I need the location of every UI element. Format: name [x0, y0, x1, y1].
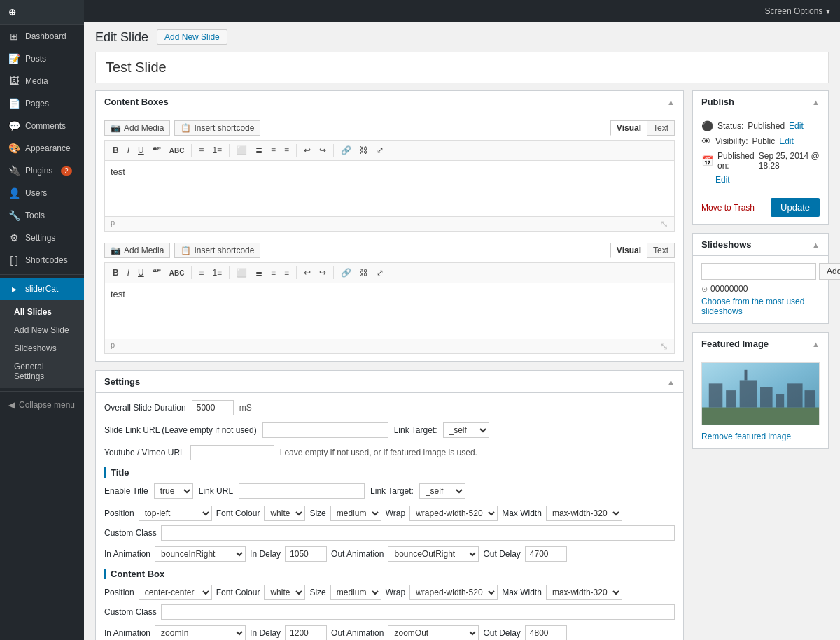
title-in-delay-input[interactable] — [285, 546, 327, 562]
align-justify-1[interactable]: ≡ — [281, 143, 293, 157]
sidebar-item-settings[interactable]: ⚙ Settings — [0, 227, 84, 249]
sidebar-item-slideshows[interactable]: Slideshows — [0, 339, 84, 357]
abc-btn-1[interactable]: ABC — [166, 145, 188, 157]
cb1-in-delay-input[interactable] — [285, 625, 327, 640]
tab-visual-2[interactable]: Visual — [610, 243, 647, 258]
editor-1-content[interactable]: test — [104, 161, 675, 217]
abc-btn-2[interactable]: ABC — [166, 267, 188, 279]
title-link-url-input[interactable] — [239, 483, 365, 499]
cb1-custom-class-input[interactable] — [161, 604, 675, 620]
editor-1-resize[interactable]: ⤡ — [660, 218, 668, 229]
align-justify-2[interactable]: ≡ — [281, 266, 293, 280]
undo-1[interactable]: ↩ — [300, 143, 314, 157]
featured-image-metabox-header[interactable]: Featured Image ▲ — [693, 333, 828, 355]
title-font-colour-select[interactable]: white black red — [264, 506, 305, 521]
slideshows-metabox-header[interactable]: Slideshows ▲ — [693, 234, 828, 256]
title-out-anim-select[interactable]: bounceOutRight bounceOutLeft zoomOut fad… — [388, 546, 479, 562]
sidebar-item-posts[interactable]: 📝 Posts — [0, 48, 84, 70]
overall-duration-input[interactable] — [192, 400, 234, 415]
title-out-delay-input[interactable] — [525, 546, 567, 562]
undo-2[interactable]: ↩ — [300, 266, 314, 280]
link-target-select[interactable]: _self _blank — [443, 422, 489, 438]
published-on-edit-link[interactable]: Edit — [715, 175, 730, 185]
sidebar-item-tools[interactable]: 🔧 Tools — [0, 204, 84, 227]
sidebar-item-appearance[interactable]: 🎨 Appearance — [0, 137, 84, 159]
sidebar-item-users[interactable]: 👤 Users — [0, 182, 84, 204]
italic-btn-2[interactable]: I — [124, 266, 133, 280]
align-right-2[interactable]: ≡ — [267, 266, 279, 280]
collapse-menu-button[interactable]: ◀ Collapse menu — [0, 394, 84, 415]
cb1-position-select[interactable]: center-center top-left top-center top-ri… — [139, 585, 212, 600]
choose-slideshows-link[interactable]: Choose from the most used slideshows — [701, 297, 820, 316]
add-media-button-2[interactable]: 📷 Add Media — [104, 243, 170, 258]
sidebar-item-media[interactable]: 🖼 Media — [0, 70, 84, 92]
slide-link-input[interactable] — [262, 422, 388, 438]
align-center-1[interactable]: ≣ — [252, 143, 266, 157]
ol-btn-1[interactable]: 1≡ — [209, 143, 225, 157]
insert-shortcode-button-2[interactable]: 📋 Insert shortcode — [174, 243, 260, 258]
bold-btn-2[interactable]: B — [109, 266, 122, 280]
featured-image-preview[interactable] — [701, 362, 820, 425]
tab-visual-1[interactable]: Visual — [610, 120, 647, 136]
unlink-2[interactable]: ⛓ — [356, 266, 372, 280]
insert-shortcode-button-1[interactable]: 📋 Insert shortcode — [174, 120, 260, 136]
fullscreen-1[interactable]: ⤢ — [373, 143, 387, 157]
cb1-size-select[interactable]: small medium large — [330, 585, 382, 600]
add-media-button-1[interactable]: 📷 Add Media — [104, 120, 170, 136]
enable-title-select[interactable]: true false — [154, 483, 193, 499]
title-max-width-select[interactable]: max-width-320 max-width-520 none — [546, 506, 622, 521]
visibility-edit-link[interactable]: Edit — [779, 136, 794, 146]
bold-btn-1[interactable]: B — [109, 143, 122, 157]
add-new-slide-button[interactable]: Add New Slide — [157, 29, 227, 45]
italic-btn-1[interactable]: I — [124, 143, 133, 157]
cb1-max-width-select[interactable]: max-width-320 max-width-520 none — [546, 585, 622, 600]
title-position-select[interactable]: top-left top-center top-right center-lef… — [139, 506, 212, 521]
sidebar-item-all-slides[interactable]: All Slides — [0, 303, 84, 321]
cb1-wrap-select[interactable]: wraped-width-520 wraped-width-320 full-w… — [410, 585, 498, 600]
slideshow-id-input[interactable] — [701, 263, 816, 280]
fullscreen-2[interactable]: ⤢ — [373, 266, 387, 280]
slide-title-input[interactable] — [95, 52, 829, 83]
align-left-2[interactable]: ⬜ — [233, 266, 251, 280]
publish-metabox-header[interactable]: Publish ▲ — [693, 91, 828, 113]
link-1[interactable]: 🔗 — [337, 143, 355, 157]
update-button[interactable]: Update — [771, 198, 820, 217]
underline-btn-2[interactable]: U — [134, 266, 148, 280]
ul-btn-2[interactable]: ≡ — [195, 266, 207, 280]
align-left-1[interactable]: ⬜ — [233, 143, 251, 157]
quote-btn-2[interactable]: ❝❞ — [149, 266, 164, 280]
move-to-trash-link[interactable]: Move to Trash — [701, 203, 755, 213]
link-2[interactable]: 🔗 — [337, 266, 355, 280]
youtube-input[interactable] — [190, 445, 274, 460]
settings-metabox-header[interactable]: Settings ▲ — [96, 371, 683, 393]
title-link-target-select[interactable]: _self _blank — [419, 483, 465, 499]
title-custom-class-input[interactable] — [161, 525, 675, 541]
sidebar-item-plugins[interactable]: 🔌 Plugins 2 — [0, 159, 84, 182]
sidebar-item-shortcodes[interactable]: [ ] Shortcodes — [0, 249, 84, 271]
align-right-1[interactable]: ≡ — [267, 143, 279, 157]
align-center-2[interactable]: ≣ — [252, 266, 266, 280]
add-slideshow-button[interactable]: Add — [819, 263, 840, 280]
cb1-out-anim-select[interactable]: zoomOut bounceOutRight bounceOutLeft fad… — [388, 625, 479, 640]
tab-text-2[interactable]: Text — [647, 243, 675, 258]
redo-1[interactable]: ↪ — [316, 143, 330, 157]
sidebar-item-pages[interactable]: 📄 Pages — [0, 92, 84, 115]
editor-2-resize[interactable]: ⤡ — [660, 341, 668, 352]
cb1-in-anim-select[interactable]: zoomIn bounceInRight bounceInLeft fadeIn — [155, 625, 246, 640]
title-size-select[interactable]: small medium large — [330, 506, 382, 521]
status-edit-link[interactable]: Edit — [789, 121, 804, 131]
sidebar-item-comments[interactable]: 💬 Comments — [0, 115, 84, 137]
ul-btn-1[interactable]: ≡ — [195, 143, 207, 157]
tab-text-1[interactable]: Text — [647, 120, 675, 136]
sidebar-item-dashboard[interactable]: ⊞ Dashboard — [0, 25, 84, 48]
cb1-out-delay-input[interactable] — [525, 625, 567, 640]
editor-2-content[interactable]: test — [104, 283, 675, 339]
sidebar-item-slidercat[interactable]: ▸ sliderCat — [0, 278, 84, 300]
sidebar-item-general-settings[interactable]: General Settings — [0, 357, 84, 385]
underline-btn-1[interactable]: U — [134, 143, 148, 157]
cb1-font-colour-select[interactable]: white black red — [264, 585, 305, 600]
sidebar-item-add-new-slide[interactable]: Add New Slide — [0, 321, 84, 339]
title-wrap-select[interactable]: wraped-width-520 wraped-width-320 full-w… — [410, 506, 498, 521]
quote-btn-1[interactable]: ❝❞ — [149, 143, 164, 157]
remove-featured-image-link[interactable]: Remove featured image — [701, 432, 791, 441]
